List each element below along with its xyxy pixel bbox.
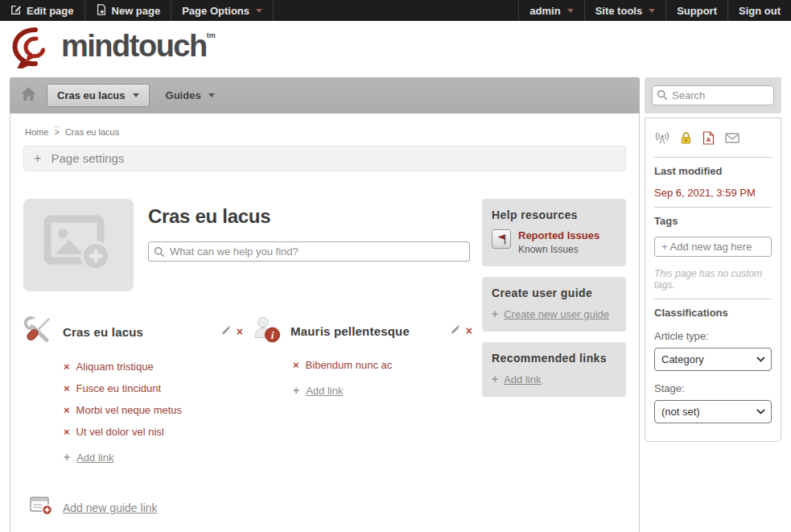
pdf-icon[interactable]: A (702, 131, 715, 145)
article-type-label: Article type: (654, 330, 772, 342)
delete-guide-icon[interactable]: × (466, 325, 472, 336)
guide-links: × Bibendum nunc ac + Add link (293, 359, 482, 397)
add-guide-icon (30, 496, 53, 519)
plus-icon: + (492, 373, 498, 386)
tools-icon (23, 315, 52, 348)
broadcast-icon[interactable] (655, 130, 669, 145)
page-settings-toggle[interactable]: + Page settings (23, 146, 626, 171)
recommended-add-link[interactable]: + Add link (492, 373, 616, 386)
remove-link-icon[interactable]: × (293, 360, 299, 370)
guide-link[interactable]: Morbi vel neque metus (76, 404, 183, 416)
plus-icon: + (293, 384, 299, 397)
guide-section: i Mauris pellentesque × (253, 315, 482, 464)
known-issues-label: Known Issues (518, 244, 599, 255)
article-type-select[interactable]: Category (654, 348, 772, 371)
guide-link-item[interactable]: × Ut vel dolor vel nisl (64, 426, 253, 438)
site-tools-label: Site tools (595, 5, 643, 17)
content-panel: Home > Cras eu lacus + Page settings (10, 113, 640, 532)
chevron-down-icon (256, 9, 262, 13)
edit-guide-icon[interactable] (220, 324, 231, 339)
guide-title: Mauris pellentesque (290, 324, 410, 338)
guide-link-item[interactable]: × Aliquam tristique (64, 361, 253, 373)
remove-link-icon[interactable]: × (64, 361, 70, 372)
tags-label: Tags (654, 215, 772, 227)
guide-link[interactable]: Ut vel dolor vel nisl (76, 426, 164, 438)
support-link[interactable]: Support (665, 0, 727, 21)
svg-text:i: i (271, 329, 274, 341)
chevron-down-icon (567, 9, 574, 13)
create-new-user-guide-link[interactable]: + Create new user guide (492, 307, 616, 320)
add-new-guide-button[interactable]: Add new guide link (30, 496, 482, 519)
help-search-input[interactable] (148, 241, 470, 262)
add-link-button[interactable]: + Add link (293, 384, 482, 397)
guide-header: i Mauris pellentesque × (253, 315, 482, 346)
speech-bubble-logo-icon (11, 27, 58, 72)
delete-guide-icon[interactable]: × (237, 326, 243, 337)
trademark-label: tm (207, 31, 216, 39)
new-page-button[interactable]: New page (85, 0, 172, 21)
current-page-dropdown[interactable]: Cras eu lacus (47, 84, 150, 107)
page-image-placeholder[interactable] (23, 199, 134, 291)
guide-link[interactable]: Bibendum nunc ac (306, 359, 393, 371)
stage-select[interactable]: (not set) (654, 400, 772, 423)
plus-icon: + (34, 151, 41, 165)
tags-note: This page has no custom tags. (654, 268, 772, 291)
add-link-label: Add link (76, 452, 113, 464)
guide-links: × Aliquam tristique × Fusce eu tincidunt… (64, 361, 253, 464)
create-user-guide-title: Create user guide (492, 287, 616, 299)
classifications-label: Classifications (654, 307, 772, 319)
breadcrumb-current: Cras eu lacus (65, 127, 119, 137)
add-link-label: Add link (306, 385, 343, 397)
remove-link-icon[interactable]: × (64, 427, 70, 437)
admin-menu[interactable]: admin (518, 0, 583, 21)
divider (654, 207, 772, 208)
last-modified-value: Sep 6, 2021, 3:59 PM (654, 187, 772, 199)
reported-issues-link[interactable]: Reported Issues (518, 229, 599, 241)
add-new-guide-label: Add new guide link (63, 501, 158, 514)
guide-link[interactable]: Fusce eu tincidunt (76, 382, 162, 394)
guides-dropdown[interactable]: Guides (166, 89, 215, 101)
edit-pencil-icon (10, 4, 22, 18)
edit-page-button[interactable]: Edit page (0, 0, 85, 21)
divider (654, 157, 772, 158)
add-link-button[interactable]: + Add link (64, 451, 253, 464)
guide-link-item[interactable]: × Bibendum nunc ac (293, 359, 482, 371)
guide-title: Cras eu lacus (63, 325, 143, 339)
site-tools-menu[interactable]: Site tools (584, 0, 666, 21)
new-page-label: New page (112, 5, 161, 17)
breadcrumb-home-link[interactable]: Home (25, 127, 48, 137)
breadcrumb-separator: > (54, 126, 59, 137)
plus-icon: + (492, 307, 498, 320)
help-boxes: Help resources Reported Issues Known Iss… (482, 199, 626, 519)
chevron-down-icon (208, 93, 215, 97)
home-icon[interactable] (21, 87, 36, 105)
remove-link-icon[interactable]: × (64, 405, 70, 415)
edit-guide-icon[interactable] (450, 324, 460, 338)
flag-icon (492, 229, 511, 249)
page-title: Cras eu lacus (148, 205, 470, 228)
hero-section: Cras eu lacus (23, 199, 482, 291)
guide-link-item[interactable]: × Morbi vel neque metus (64, 404, 253, 416)
page-options-label: Page Options (182, 5, 249, 17)
top-toolbar: Edit page New page Page Options admin Si… (0, 0, 791, 21)
guide-link[interactable]: Aliquam tristique (76, 361, 154, 373)
support-label: Support (677, 5, 717, 17)
search-icon (657, 89, 668, 101)
email-icon[interactable] (725, 133, 740, 143)
lock-icon[interactable] (680, 131, 692, 145)
page-options-menu[interactable]: Page Options (171, 0, 274, 21)
logo-bar: mindtouch tm (0, 21, 791, 77)
sign-out-link[interactable]: Sign out (727, 0, 791, 21)
add-tag-input[interactable] (654, 237, 772, 257)
hero-search (148, 241, 470, 262)
new-page-icon (96, 4, 107, 18)
guide-link-item[interactable]: × Fusce eu tincidunt (64, 382, 253, 394)
content-body: Cras eu lacus (23, 199, 626, 519)
site-search-input[interactable] (652, 85, 774, 105)
help-resources-box: Help resources Reported Issues Known Iss… (482, 199, 626, 266)
chevron-down-icon (649, 9, 655, 13)
mindtouch-logo[interactable]: mindtouch tm (11, 27, 216, 72)
remove-link-icon[interactable]: × (64, 383, 70, 394)
guide-controls: × (220, 324, 243, 339)
breadcrumb: Home > Cras eu lacus (25, 127, 626, 137)
